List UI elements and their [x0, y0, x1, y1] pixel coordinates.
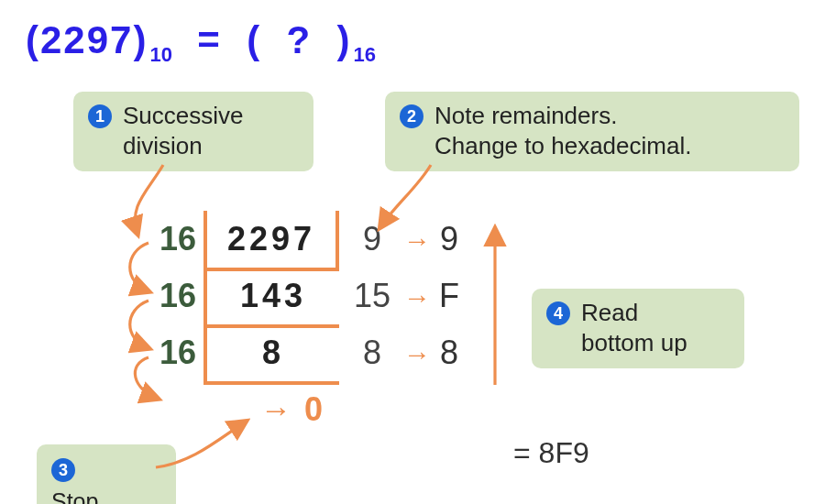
- callout-text: Read bottom up: [581, 298, 688, 357]
- source-base: 10: [148, 43, 171, 66]
- remainder: 9: [339, 211, 400, 268]
- divisor: 16: [147, 211, 204, 268]
- step-badge-2: 2: [400, 104, 424, 128]
- callout-note-remainders: 2 Note remainders. Change to hexadecimal…: [385, 92, 799, 171]
- arrow-right-icon: →: [400, 326, 434, 383]
- arrow-right-icon: →: [257, 381, 295, 438]
- paren-open: (: [247, 18, 261, 61]
- decimal-value: 2297: [40, 18, 133, 61]
- callout-line: bottom up: [581, 329, 688, 356]
- callout-successive-division: 1 Successive division: [73, 92, 314, 171]
- equals-sign: =: [197, 18, 222, 61]
- paren-close: ): [133, 18, 148, 61]
- dividend: 143: [204, 268, 339, 328]
- step-badge-4: 4: [546, 301, 570, 325]
- result-value: 8F9: [539, 436, 589, 469]
- arrow-right-icon: →: [400, 213, 434, 269]
- division-table: 1622979→9 1614315→F 1688→8 → 0: [147, 211, 464, 438]
- dividend: 2297: [204, 211, 339, 271]
- target-base: 16: [351, 43, 375, 66]
- hex-digit: 8: [434, 324, 464, 381]
- divisor: 16: [147, 268, 204, 324]
- paren-open: (: [26, 18, 40, 61]
- flow-arrow-icon: [130, 243, 148, 291]
- callout-text: Note remainders. Change to hexadecimal.: [434, 101, 691, 160]
- final-quotient: 0: [304, 390, 323, 428]
- callout-text: Successive division: [123, 101, 244, 160]
- unknown-placeholder: ?: [286, 18, 312, 61]
- callout-read-bottom-up: 4 Read bottom up: [532, 289, 744, 368]
- callout-line: division: [123, 132, 203, 159]
- hex-digit: 9: [434, 211, 464, 268]
- division-row: 1688→8: [147, 324, 464, 381]
- callout-line: Successive: [123, 102, 244, 129]
- step-badge-3: 3: [51, 458, 75, 482]
- callout-line: Note remainders.: [434, 102, 617, 129]
- divisor: 16: [147, 324, 204, 381]
- remainder: 15: [339, 268, 400, 324]
- hex-digit: F: [434, 268, 464, 324]
- result-prefix: =: [513, 436, 539, 469]
- arrow-right-icon: →: [400, 269, 434, 326]
- remainder: 8: [339, 324, 400, 381]
- callout-stop: 3 Stop: [37, 444, 176, 504]
- callout-line: Change to hexadecimal.: [434, 132, 691, 159]
- dividend: 8: [204, 324, 339, 385]
- callout-line: Read: [581, 299, 638, 326]
- step-badge-1: 1: [88, 104, 112, 128]
- result-text: = 8F9: [513, 436, 589, 470]
- callout-line: Stop: [51, 488, 98, 504]
- division-row: 1614315→F: [147, 268, 464, 324]
- paren-close: ): [336, 18, 351, 61]
- flow-arrow-icon: [130, 301, 148, 348]
- division-row: 1622979→9: [147, 211, 464, 268]
- callout-text: 3 Stop: [51, 454, 98, 504]
- final-zero-row: → 0: [147, 381, 464, 438]
- conversion-equation: (2297)10 = ( ? )16: [26, 18, 376, 67]
